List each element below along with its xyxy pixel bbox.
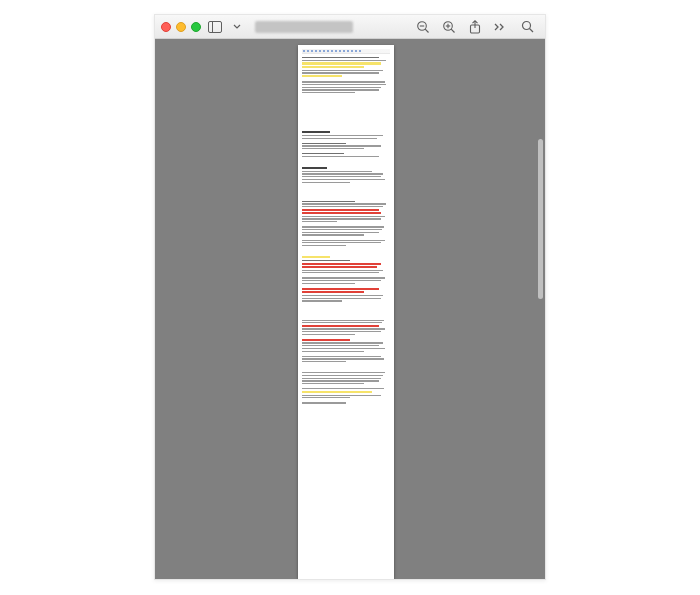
document-page [298, 45, 394, 579]
window-traffic-lights [161, 22, 201, 32]
view-menu-chevron-icon[interactable] [229, 19, 245, 35]
svg-line-6 [451, 29, 454, 32]
svg-rect-0 [209, 21, 222, 32]
sidebar-toggle-icon[interactable] [207, 19, 223, 35]
preview-window [154, 14, 546, 580]
scrollbar-thumb[interactable] [538, 139, 543, 299]
share-icon[interactable] [467, 19, 483, 35]
zoom-in-icon[interactable] [441, 19, 457, 35]
search-icon[interactable] [519, 19, 535, 35]
window-title-blurred [255, 21, 353, 33]
vertical-scrollbar[interactable] [538, 139, 543, 299]
titlebar [155, 15, 545, 39]
svg-line-3 [425, 29, 428, 32]
svg-point-11 [522, 22, 530, 30]
svg-line-12 [529, 29, 533, 33]
document-viewport[interactable] [155, 39, 545, 579]
zoom-out-icon[interactable] [415, 19, 431, 35]
close-button[interactable] [161, 22, 171, 32]
minimize-button[interactable] [176, 22, 186, 32]
zoom-button[interactable] [191, 22, 201, 32]
more-chevrons-icon[interactable] [493, 19, 509, 35]
